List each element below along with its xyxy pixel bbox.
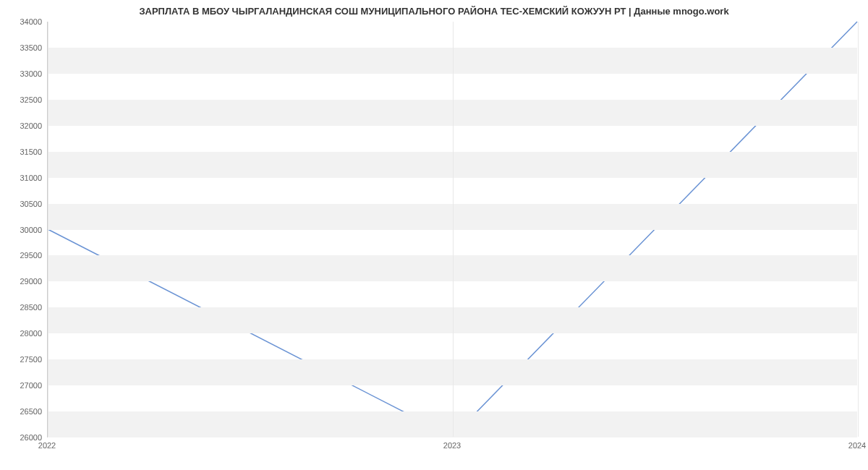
y-tick-label: 33000 [6, 69, 42, 78]
y-tick-label: 28500 [6, 303, 42, 312]
y-tick-label: 33500 [6, 43, 42, 52]
y-tick-label: 32000 [6, 121, 42, 130]
y-tick-label: 31500 [6, 148, 42, 156]
y-tick-label: 31000 [6, 174, 42, 182]
y-tick-label: 29000 [6, 277, 42, 286]
y-tick-label: 30500 [6, 200, 42, 208]
y-tick-label: 29500 [6, 251, 42, 260]
x-grid-line [453, 22, 454, 437]
x-grid-line [858, 22, 859, 437]
x-tick-label: 2023 [443, 441, 461, 450]
y-tick-label: 27500 [6, 355, 42, 364]
x-tick-label: 2024 [848, 441, 866, 450]
x-tick-label: 2022 [38, 441, 56, 450]
y-tick-label: 32500 [6, 95, 42, 104]
y-tick-label: 26000 [6, 433, 42, 442]
y-tick-label: 28000 [6, 329, 42, 338]
x-grid-line [48, 22, 48, 437]
chart-title: ЗАРПЛАТА В МБОУ ЧЫРГАЛАНДИНСКАЯ СОШ МУНИ… [0, 0, 868, 20]
y-tick-label: 34000 [6, 17, 42, 26]
y-tick-label: 27000 [6, 381, 42, 390]
chart-container: ЗАРПЛАТА В МБОУ ЧЫРГАЛАНДИНСКАЯ СОШ МУНИ… [0, 0, 868, 470]
plot-area [47, 22, 857, 437]
y-tick-label: 30000 [6, 226, 42, 234]
y-tick-label: 26500 [6, 407, 42, 416]
